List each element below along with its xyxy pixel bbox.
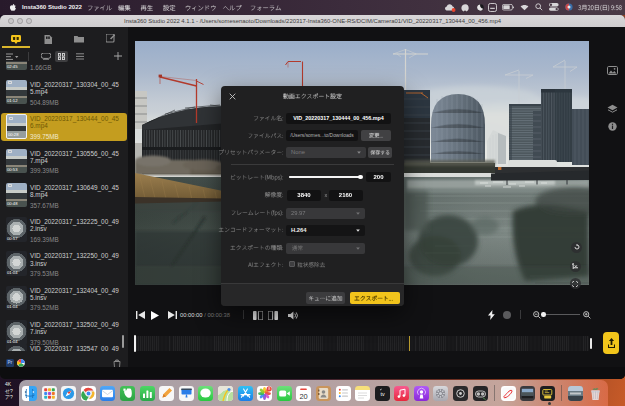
svg-text:tv: tv (380, 390, 384, 396)
svg-text:8: 8 (268, 387, 270, 391)
svg-text:20: 20 (300, 391, 308, 400)
